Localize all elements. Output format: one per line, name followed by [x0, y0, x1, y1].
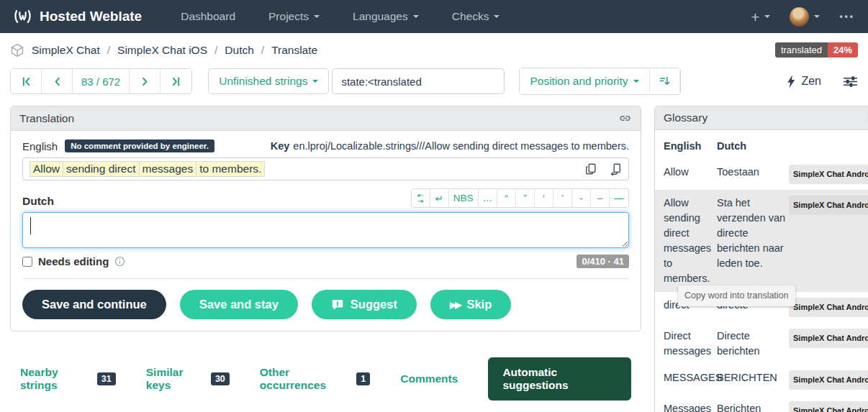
project-cube-icon [10, 43, 24, 58]
chevron-down-icon [312, 80, 318, 83]
glossary-row[interactable]: Copy word into translation direct direct… [664, 292, 868, 323]
glossary-term-token[interactable]: Allow [30, 161, 63, 177]
nav-checks[interactable]: Checks [452, 10, 500, 23]
target-language-label: Dutch [22, 195, 54, 208]
page-position[interactable]: 83 / 672 [73, 69, 130, 93]
insert-rsquo-button[interactable]: ’ [553, 189, 572, 207]
tab-nearby-strings[interactable]: Nearby strings31 [20, 366, 116, 392]
glossary-row[interactable]: Direct messages Directe berichten Simple… [664, 323, 868, 365]
skip-forward-icon: ▶▶ [450, 300, 460, 310]
count-badge: 30 [211, 372, 230, 385]
tab-similar-keys[interactable]: Similar keys30 [146, 366, 230, 392]
permalink-icon[interactable] [618, 111, 632, 125]
breadcrumb-separator: / [107, 44, 110, 57]
breadcrumb-component[interactable]: SimpleX Chat iOS [117, 44, 207, 57]
insert-emdash-button[interactable]: — [610, 189, 628, 207]
nav-languages[interactable]: Languages [353, 10, 419, 23]
sort-ascending-icon [659, 75, 671, 87]
glossary-row[interactable]: MESSAGES BERICHTEN SimpleX Chat Android [664, 365, 868, 395]
glossary-term-nl[interactable]: Berichten [717, 401, 789, 412]
insert-ellipsis-button[interactable]: … [479, 189, 498, 207]
add-menu-button[interactable]: + [751, 9, 770, 24]
glossary-term-en[interactable]: Allow [664, 165, 717, 184]
needs-editing-checkbox[interactable] [22, 257, 32, 267]
insert-endash-button[interactable]: – [591, 189, 610, 207]
glossary-column-headers: English Dutch [664, 136, 868, 159]
copy-source-icon[interactable] [584, 162, 597, 175]
glossary-term-nl[interactable]: Sta het verzenden van directe berichten … [717, 196, 789, 286]
zen-mode-button[interactable]: Zen [787, 75, 821, 88]
insert-newline-button[interactable]: ↵ [430, 189, 449, 207]
glossary-term-en[interactable]: Direct messages [664, 329, 717, 359]
main-content: Translation English No comment provided … [0, 106, 868, 412]
count-badge: 31 [97, 372, 116, 385]
insert-rdquo-button[interactable]: ” [516, 189, 535, 207]
tab-comments[interactable]: Comments [400, 372, 458, 385]
next-page-button[interactable] [130, 69, 161, 93]
glossary-term-en[interactable]: Allow sending direct messages to members… [664, 196, 717, 286]
brand-title: Hosted Weblate [40, 9, 142, 24]
glossary-col-english: English [664, 140, 717, 152]
sort-dropdown[interactable]: Position and priority [520, 68, 648, 94]
filter-dropdown[interactable]: Unfinished strings [208, 68, 329, 94]
last-page-button[interactable] [161, 69, 191, 93]
user-menu-button[interactable] [790, 7, 820, 27]
special-chars-toolbar: ⇤ ⇥ ↵ NBS … “ ” ‘ ’ - – — [411, 188, 629, 208]
translation-input-wrap [22, 212, 629, 248]
translation-textarea[interactable] [22, 212, 629, 248]
glossary-term-token[interactable]: messages [139, 161, 197, 177]
glossary-term-token[interactable]: to members. [196, 161, 265, 177]
glossary-term-en[interactable]: Messages [664, 401, 717, 412]
save-and-stay-button[interactable]: Save and stay [180, 290, 298, 319]
nav-dashboard[interactable]: Dashboard [181, 10, 235, 23]
prev-page-button[interactable] [42, 69, 73, 93]
tab-other-occurrences[interactable]: Other occurrences1 [260, 366, 370, 392]
glossary-row[interactable]: Messages Berichten SimpleX Chat Android [664, 395, 868, 412]
info-icon[interactable] [114, 256, 125, 267]
toolbar-right: Zen [787, 75, 858, 88]
count-badge: 1 [356, 372, 370, 385]
translation-panel-header: Translation [11, 106, 641, 131]
char-counter-badge: 0/410 · 41 [577, 255, 629, 268]
insert-ldquo-button[interactable]: “ [497, 189, 516, 207]
avatar [790, 7, 809, 27]
lightning-bolt-icon [787, 75, 796, 88]
breadcrumb-language[interactable]: Dutch [225, 44, 254, 57]
nav-projects[interactable]: Projects [268, 10, 320, 23]
glossary-row-highlighted[interactable]: Allow sending direct messages to members… [655, 190, 868, 292]
translated-percent: 24% [828, 42, 858, 58]
glossary-row[interactable]: Allow Toestaan SimpleX Chat Android [664, 159, 868, 190]
insert-lsquo-button[interactable]: ‘ [535, 189, 553, 207]
insert-tab-button[interactable]: ⇤ ⇥ [412, 189, 430, 207]
glossary-term-token[interactable]: sending direct [63, 161, 140, 177]
glossary-source-badge: SimpleX Chat Android [789, 329, 868, 348]
source-string-tokens: Allow sending direct messages to members… [30, 161, 264, 177]
breadcrumb-project[interactable]: SimpleX Chat [32, 44, 100, 57]
more-menu-button[interactable]: ••• [839, 12, 855, 22]
text-cursor [30, 217, 31, 234]
insert-hyphen-button[interactable]: - [572, 189, 591, 207]
translation-panel-body: English No comment provided by engineer.… [11, 131, 641, 279]
first-page-button[interactable] [11, 69, 42, 93]
nav-right: + ••• [751, 7, 855, 27]
glossary-term-nl[interactable]: Toestaan [717, 165, 789, 184]
glossary-term-nl[interactable]: Directe berichten [717, 329, 789, 359]
suggest-button[interactable]: Suggest [312, 290, 417, 319]
skip-button[interactable]: ▶▶ Skip [430, 290, 511, 319]
translated-label: translated [775, 42, 828, 58]
breadcrumb-separator: / [214, 44, 217, 57]
brand-home-link[interactable]: Hosted Weblate [13, 7, 142, 27]
glossary-term-en[interactable]: MESSAGES [664, 370, 717, 390]
tab-automatic-suggestions[interactable]: Automatic suggestions [488, 357, 631, 400]
sort-direction-button[interactable] [649, 68, 680, 93]
clone-to-translation-icon[interactable] [609, 162, 622, 175]
insert-nbsp-button[interactable]: NBS [449, 189, 479, 207]
glossary-title: Glossary [664, 111, 707, 124]
breadcrumb-page[interactable]: Translate [271, 44, 317, 57]
save-and-continue-button[interactable]: Save and continue [22, 290, 166, 319]
chevron-down-icon [633, 80, 639, 83]
search-input[interactable] [332, 68, 505, 94]
settings-sliders-button[interactable] [843, 75, 858, 88]
glossary-term-nl[interactable]: BERICHTEN [717, 370, 789, 390]
copy-word-tooltip: Copy word into translation [678, 285, 795, 306]
